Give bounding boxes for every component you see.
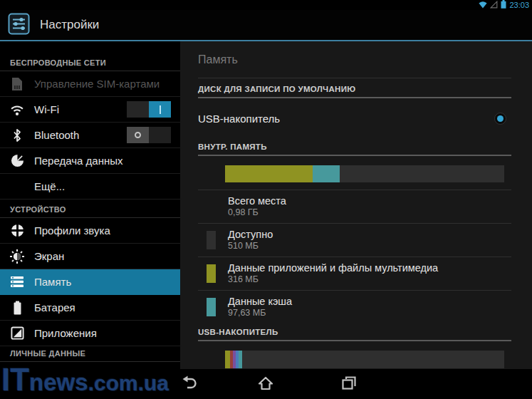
storage-row-total: Всего места 0,98 ГБ [198,190,511,223]
row-value: 316 МБ [228,274,438,285]
section-header-device: УСТРОЙСТВО [0,200,180,218]
storage-row-apps-media: Данные приложений и файлы мультимедиа 31… [198,256,511,290]
watermark-part2: news [29,369,88,395]
signal-strength-icon [490,0,498,11]
sidebar-item-more[interactable]: Ещё... [0,174,180,200]
sidebar-item-data-usage[interactable]: Передача данных [0,148,180,174]
action-bar: Настройки [0,10,532,41]
sidebar-item-wifi[interactable]: Wi-Fi [0,97,180,123]
status-bar: 23:03 [0,0,532,10]
sidebar-item-label: Управление SIM-картами [34,78,160,90]
storage-row-cache: Данные кэша 97,63 МБ [198,290,511,323]
usb-storage-radio-row[interactable]: USB-накопитель [198,98,511,138]
sim-card-icon [10,77,24,91]
usb-storage-usage-bar [225,351,504,368]
wifi-toggle-on[interactable] [127,101,171,118]
clock: 23:03 [509,1,529,9]
section-header-label: ВНУТР. ПАМЯТЬ [198,142,511,155]
bluetooth-icon [10,128,24,142]
usb-bar-stripe [225,351,230,368]
back-icon[interactable] [180,375,197,392]
section-internal-storage: ВНУТР. ПАМЯТЬ [198,138,511,156]
wifi-icon [10,103,24,117]
radio-row-label: USB-накопитель [198,113,280,125]
sidebar-item-sim-management: Управление SIM-картами [0,71,180,97]
section-header-label: USB-НАКОПИТЕЛЬ [198,328,511,340]
sidebar-item-label: Экран [34,250,64,262]
recents-icon[interactable] [340,375,358,392]
usb-storage-bar-block [198,341,511,369]
row-value: 510 МБ [228,241,273,252]
sidebar-item-label: Батарея [34,301,75,314]
swatch-cache [207,298,216,316]
row-value: 97,63 МБ [228,308,292,318]
sidebar-item-label: Ещё... [34,180,65,192]
page-title: Настройки [40,18,99,32]
display-brightness-icon [10,249,24,264]
row-label: Данные кэша [228,296,292,308]
sidebar-item-storage[interactable]: Память [0,269,180,295]
wifi-status-icon [479,0,487,11]
section-header-wireless: БЕСПРОВОДНЫЕ СЕТИ [0,41,180,71]
sidebar-item-label: Передача данных [34,155,123,167]
apps-icon [10,326,24,341]
section-header-label: ДИСК ДЛЯ ЗАПИСИ ПО УМОЛЧАНИЮ [198,85,511,97]
sidebar-item-apps[interactable]: Приложения [0,321,180,346]
bar-segment-apps [225,165,313,182]
row-label: Данные приложений и файлы мультимедиа [228,262,438,274]
sidebar-item-battery[interactable]: Батарея [0,295,180,321]
internal-storage-bar-block [198,156,511,190]
row-label: Всего места [228,195,286,207]
storage-content-pane: Память ДИСК ДЛЯ ЗАПИСИ ПО УМОЛЧАНИЮ USB-… [180,41,532,369]
sidebar-item-display[interactable]: Экран [0,244,180,269]
section-usb-storage: USB-НАКОПИТЕЛЬ [198,323,511,341]
row-label: Доступно [228,229,273,241]
swatch-none [207,197,216,216]
sidebar-item-label: Профили звука [34,224,110,237]
usb-bar-stripe [239,351,242,368]
content-title: Память [198,41,511,78]
sidebar-item-label: Приложения [34,327,97,339]
data-usage-icon [10,154,24,168]
battery-status-icon [501,0,506,11]
itnews-watermark: ITnews.com.ua [1,362,169,398]
swatch-available [207,231,216,249]
swatch-apps [207,264,216,283]
battery-icon [10,301,24,315]
android-settings-screen: 23:03 Настройки БЕСПРОВОДНЫЕ СЕТИ [0,0,532,399]
row-value: 0,98 ГБ [228,207,286,218]
home-icon[interactable] [257,375,274,392]
section-header-personal: ЛИЧНЫЕ ДАННЫЕ [0,346,180,362]
internal-storage-usage-bar [225,165,504,182]
bar-segment-cache [313,165,340,182]
storage-row-available: Доступно 510 МБ [198,223,511,256]
sidebar-item-label: Память [34,276,71,288]
settings-sliders-icon [8,13,30,38]
watermark-part3: .com.ua [88,371,169,395]
storage-icon [10,275,24,289]
sidebar-item-sound-profiles[interactable]: Профили звука [0,218,180,244]
watermark-part1: IT [1,362,29,397]
section-default-disk: ДИСК ДЛЯ ЗАПИСИ ПО УМОЛЧАНИЮ [198,78,511,98]
sidebar-item-label: Bluetooth [34,129,79,141]
settings-sidebar: БЕСПРОВОДНЫЕ СЕТИ Управление SIM-картами [0,41,180,369]
sidebar-item-label: Wi-Fi [34,103,59,115]
sidebar-item-bluetooth[interactable]: Bluetooth [0,123,180,148]
bluetooth-toggle-off[interactable] [127,127,171,143]
sound-profiles-icon [10,224,24,238]
radio-button-selected[interactable] [494,113,506,125]
